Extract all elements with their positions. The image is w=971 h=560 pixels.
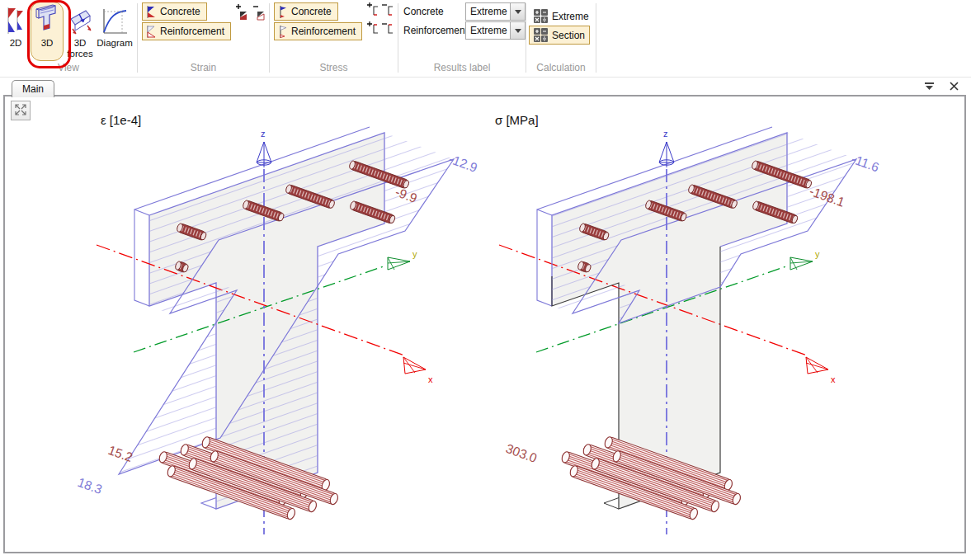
tab-main-label: Main: [22, 83, 44, 95]
stress-reinforcement-button[interactable]: Reinforcement: [274, 22, 362, 40]
view-2d-button[interactable]: 2D: [2, 2, 30, 61]
stress-remove-concrete-button[interactable]: [380, 1, 396, 20]
ribbon-group-stress: Concrete Reinforcement: [270, 0, 398, 76]
stress-reinforcement-label: Reinforcement: [291, 26, 356, 37]
calculation-section-button[interactable]: Section: [529, 26, 590, 45]
results-concrete-dropdown[interactable]: Extreme: [465, 2, 526, 21]
strain-reinforcement-icon: [145, 25, 157, 39]
view-3d-label: 3D: [41, 38, 54, 49]
view-diagram-icon: [100, 2, 130, 37]
fit-view-button[interactable]: [11, 101, 31, 120]
calculator-grid-icon: [534, 28, 548, 42]
view-3d-button[interactable]: 3D: [31, 2, 64, 61]
results-reinforcement-value: Extreme: [466, 25, 510, 36]
ribbon: 2D 3D: [0, 0, 971, 78]
group-label-view: View: [0, 62, 137, 73]
results-reinforcement-dropdown[interactable]: Extreme: [465, 21, 526, 40]
close-icon[interactable]: [949, 81, 959, 92]
group-separator: [596, 3, 596, 73]
tab-main[interactable]: Main: [12, 80, 54, 97]
stress-reinforcement-icon: [277, 25, 288, 39]
view-3d-forces-label: 3D forces: [66, 38, 94, 59]
results-concrete-value: Extreme: [466, 6, 510, 17]
tab-strip: Main: [0, 78, 971, 96]
stress-concrete-label: Concrete: [291, 6, 332, 17]
strain-concrete-label: Concrete: [160, 6, 200, 17]
ribbon-group-view: 2D 3D: [0, 0, 137, 76]
results-reinforcement-label: Reinforcement: [403, 21, 468, 40]
group-label-stress: Stress: [270, 62, 398, 73]
results-concrete-label: Concrete: [403, 2, 444, 21]
group-label-strain: Strain: [138, 62, 269, 73]
stress-add-concrete-button[interactable]: [365, 1, 381, 20]
calculation-section-label: Section: [552, 30, 585, 41]
stress-remove-reinforcement-button[interactable]: [380, 20, 396, 39]
view-2d-label: 2D: [10, 38, 22, 49]
group-label-results: Results label: [398, 62, 526, 73]
strain-concrete-icon: [145, 5, 157, 19]
group-label-calculation: Calculation: [526, 62, 596, 73]
chevron-down-icon[interactable]: [510, 22, 525, 39]
calculation-extreme-button[interactable]: Extreme: [529, 7, 594, 26]
ribbon-group-results-label: Concrete Extreme Reinforcement Extreme R…: [398, 0, 526, 76]
stress-add-reinforcement-button[interactable]: [365, 20, 381, 39]
strain-reinforcement-label: Reinforcement: [160, 26, 224, 37]
fit-extents-icon: [14, 103, 27, 116]
stress-concrete-icon: [277, 5, 288, 19]
view-3d-forces-icon: [68, 2, 92, 37]
chevron-down-icon[interactable]: [510, 3, 525, 20]
calculation-extreme-label: Extreme: [552, 11, 589, 22]
strain-reinforcement-button[interactable]: Reinforcement: [142, 22, 231, 40]
calculator-grid-icon: [534, 9, 548, 23]
viewport-3d[interactable]: [3, 95, 966, 553]
strain-concrete-button[interactable]: Concrete: [142, 2, 207, 21]
stress-concrete-button[interactable]: Concrete: [274, 2, 338, 21]
view-diagram-label: Diagram: [97, 38, 132, 49]
ribbon-group-calculation: Extreme Section Calculation: [526, 0, 596, 76]
view-3d-icon: [34, 2, 60, 37]
collapse-panel-icon[interactable]: [923, 82, 936, 92]
ribbon-group-strain: Concrete Reinforcement Strain: [138, 0, 269, 76]
view-2d-icon: [5, 2, 26, 37]
view-3d-forces-button[interactable]: 3D forces: [66, 2, 94, 61]
strain-remove-button[interactable]: [251, 2, 266, 21]
view-diagram-button[interactable]: Diagram: [95, 2, 134, 61]
strain-add-button[interactable]: [233, 2, 249, 21]
